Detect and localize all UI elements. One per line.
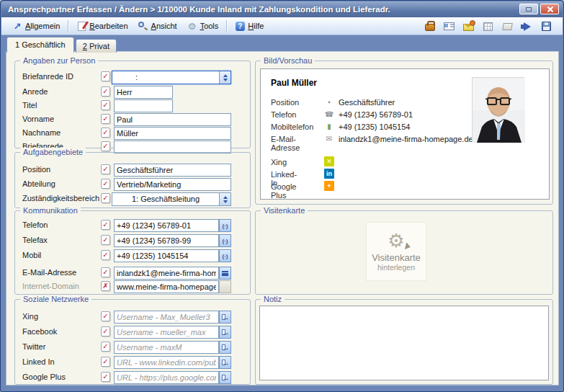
modified-check-icon[interactable]: ✓: [101, 220, 110, 230]
xing-input[interactable]: [114, 311, 219, 324]
business-card-icon[interactable]: [443, 21, 455, 32]
contact-preview-card: Paul Müller Position ▪ Geschäftsführer T…: [260, 68, 550, 200]
visitenkarte-upload-placeholder[interactable]: ⚙ Visitenkarte hinterlegen: [367, 223, 426, 280]
magnifier-icon: [138, 21, 148, 31]
modified-check-icon[interactable]: ✓: [101, 342, 110, 352]
tab-privat[interactable]: 2 Privat: [76, 39, 117, 53]
field-label: Position: [22, 165, 50, 174]
table-search-icon[interactable]: [482, 21, 494, 32]
field-label: Anrede: [22, 87, 48, 96]
gear-icon: ⚙: [187, 21, 197, 31]
open-link-button[interactable]: →: [219, 356, 231, 369]
modified-cross-icon[interactable]: ✗: [101, 281, 110, 291]
telefon-input[interactable]: [114, 219, 219, 232]
modified-check-icon[interactable]: ✓: [101, 86, 110, 97]
zustaendigkeitsbereich-dropdown[interactable]: 1: Geschäftsleitung: [112, 192, 231, 206]
field-label: Abteilung: [22, 179, 55, 188]
open-link-button[interactable]: →: [219, 311, 231, 324]
modified-check-icon[interactable]: ✓: [101, 250, 110, 260]
telefax-input[interactable]: [114, 234, 219, 247]
menu-lines-icon: [222, 271, 228, 276]
mail-user-icon[interactable]: [462, 21, 475, 32]
preview-label: Telefon: [271, 110, 296, 119]
menu-tools[interactable]: ⚙ Tools: [182, 19, 224, 32]
modified-check-icon[interactable]: ✓: [101, 372, 110, 382]
field-label: Zuständigkeitsbereich: [22, 194, 99, 202]
open-link-button[interactable]: →: [219, 371, 231, 384]
modified-check-icon[interactable]: ✓: [101, 114, 110, 124]
position-input[interactable]: [114, 164, 231, 177]
twitter-input[interactable]: [114, 341, 219, 354]
briefanrede-id-dropdown[interactable]: :: [112, 71, 231, 84]
tab-geschaeftlich[interactable]: 1 Geschäftlich: [6, 37, 74, 53]
modified-check-icon[interactable]: ✓: [101, 141, 110, 151]
preview-value: inlandzk1@meine-firma-homepage.de: [339, 135, 473, 143]
dial-button[interactable]: (·): [219, 219, 231, 232]
field-label: Internet-Domain: [22, 282, 79, 290]
modified-check-icon[interactable]: ✓: [101, 179, 110, 189]
group-soziale-netzwerke: Soziale Netzwerke Xing ✓ → Facebook ✓ → …: [14, 299, 251, 385]
linkedin-input[interactable]: [114, 356, 219, 369]
modified-check-icon[interactable]: ✓: [101, 267, 110, 277]
contact-photo: [472, 77, 524, 142]
menu-ansicht[interactable]: Ansicht: [133, 19, 182, 32]
menu-separator: [68, 20, 68, 32]
notiz-textarea[interactable]: [259, 306, 549, 380]
nachname-input[interactable]: [114, 127, 231, 140]
group-notiz: Notiz: [255, 299, 553, 385]
dial-button[interactable]: (·): [219, 249, 231, 262]
dropdown-value: 1: Geschäftsleitung: [112, 193, 219, 205]
modified-check-icon[interactable]: ✓: [101, 311, 110, 321]
menu-allgemein[interactable]: ↗ Allgemein: [7, 19, 65, 32]
modified-check-icon[interactable]: ✓: [101, 128, 110, 138]
spinner-button[interactable]: [219, 193, 230, 205]
modified-check-icon[interactable]: ✓: [101, 100, 110, 110]
note-icon[interactable]: [501, 21, 514, 32]
contact-name: Paul Müller: [271, 78, 317, 88]
email-input[interactable]: [114, 267, 219, 280]
group-title: Kommunikation: [20, 206, 81, 215]
modified-check-icon[interactable]: ✓: [101, 164, 110, 174]
dial-icon: (·): [223, 253, 228, 259]
tab-page: Angaben zur Person Briefanrede ID ✓ : An…: [6, 51, 559, 386]
help-icon: ?: [235, 21, 245, 31]
spinner-button[interactable]: [219, 71, 230, 84]
dial-button[interactable]: (·): [219, 234, 231, 247]
restore-button[interactable]: [519, 4, 538, 14]
open-link-icon: →: [222, 358, 230, 367]
group-title: Notiz: [261, 295, 285, 303]
mobil-input[interactable]: [114, 249, 219, 262]
facebook-input[interactable]: [114, 326, 219, 339]
linkedin-logo-icon: in: [324, 169, 334, 179]
field-label: Telefax: [22, 236, 48, 244]
open-link-button[interactable]: →: [219, 341, 231, 354]
window-title: Ansprechpartner Erfassen / Ändern > 1/10…: [1, 5, 390, 14]
googleplus-input[interactable]: [114, 371, 219, 384]
modified-check-icon[interactable]: ✓: [101, 326, 110, 337]
anrede-input[interactable]: [114, 86, 173, 99]
restore-icon: [526, 7, 532, 12]
group-title: Angaben zur Person: [20, 56, 98, 65]
googleplus-logo-icon: +: [324, 181, 334, 191]
field-label: Linked In: [22, 357, 55, 366]
titel-input[interactable]: [114, 99, 173, 112]
modified-check-icon[interactable]: ✓: [101, 357, 110, 367]
visitenkarte-placeholder-line2: hinterlegen: [377, 263, 415, 272]
close-button[interactable]: [540, 4, 559, 14]
modified-check-icon[interactable]: ✓: [101, 193, 110, 203]
toolbar: [424, 17, 552, 35]
abteilung-input[interactable]: [114, 178, 231, 191]
modified-check-icon[interactable]: ✓: [101, 71, 110, 81]
internet-domain-input[interactable]: [114, 280, 219, 293]
open-link-button[interactable]: →: [219, 326, 231, 339]
save-icon[interactable]: [540, 21, 552, 32]
menu-bearbeiten[interactable]: Bearbeiten: [71, 19, 133, 32]
modified-check-icon[interactable]: ✓: [101, 235, 110, 245]
vorname-input[interactable]: [114, 113, 231, 126]
dialog-window: Ansprechpartner Erfassen / Ändern > 1/10…: [0, 0, 564, 392]
briefcase-icon[interactable]: [424, 21, 436, 32]
forward-arrow-icon[interactable]: [521, 21, 533, 32]
menu-hilfe[interactable]: ? Hilfe: [230, 19, 269, 32]
field-label: Facebook: [22, 327, 57, 336]
email-menu-button[interactable]: [219, 267, 231, 280]
